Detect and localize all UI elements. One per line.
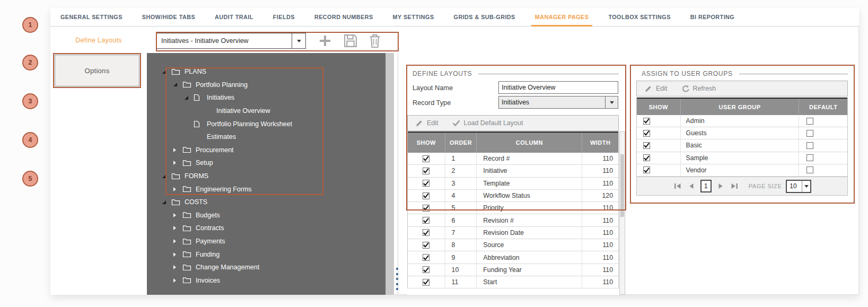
tree-toggle-expanded-icon[interactable] <box>173 82 182 87</box>
tree-toggle-collapsed-icon[interactable] <box>173 252 182 257</box>
first-page-button[interactable] <box>673 181 682 191</box>
panel-splitter[interactable] <box>398 53 398 295</box>
table-row: Sample <box>637 152 847 164</box>
tree-item-procurement[interactable]: Procurement <box>147 144 385 157</box>
show-checkbox-checked[interactable] <box>423 155 429 162</box>
table-row: 6Revision #110 <box>408 214 618 226</box>
tree-toggle-collapsed-icon[interactable] <box>173 225 182 231</box>
tree-item-label: Invoices <box>196 277 220 284</box>
tree-toggle-collapsed-icon[interactable] <box>173 239 182 244</box>
tree-item-costs[interactable]: COSTS <box>147 196 385 209</box>
tree-toggle-collapsed-icon[interactable] <box>173 213 182 218</box>
tree-item-label: FORMS <box>185 172 208 180</box>
tree-item-payments[interactable]: Payments <box>147 235 385 248</box>
show-checkbox-checked[interactable] <box>423 242 429 249</box>
layout-picker-dropdown-button[interactable] <box>292 33 305 48</box>
tree-toggle-expanded-icon[interactable] <box>184 95 194 100</box>
refresh-user-groups-button[interactable]: Refresh <box>681 85 716 93</box>
options-button[interactable]: Options <box>55 55 139 86</box>
tree-item-estimates[interactable]: Estimates <box>147 130 385 144</box>
show-checkbox-checked[interactable] <box>423 180 429 187</box>
tree-item-forms[interactable]: FORMS <box>147 170 385 183</box>
layout-name-input[interactable] <box>498 81 618 94</box>
tree-toggle-collapsed-icon[interactable] <box>173 265 182 270</box>
last-page-button[interactable] <box>730 181 739 191</box>
next-page-button[interactable] <box>716 181 725 191</box>
tree-toggle-collapsed-icon[interactable] <box>173 147 182 153</box>
show-checkbox-checked[interactable] <box>423 192 429 199</box>
tree-item-portfolio-planning[interactable]: Portfolio Planning <box>147 78 385 92</box>
tree-item-initiatives[interactable]: Initiatives <box>147 91 385 104</box>
default-checkbox-unchecked[interactable] <box>806 130 813 137</box>
tree-item-setup[interactable]: Setup <box>147 156 385 170</box>
tab-fields[interactable]: FIELDS <box>273 8 295 26</box>
current-page-input[interactable]: 1 <box>700 180 712 192</box>
show-checkbox-checked[interactable] <box>423 205 429 212</box>
default-checkbox-unchecked[interactable] <box>806 118 813 125</box>
splitter-grip-icon[interactable] <box>395 268 399 290</box>
tree-item-initiative-overview[interactable]: Initiative Overview <box>147 104 385 118</box>
show-checkbox-checked[interactable] <box>423 168 429 174</box>
edit-user-groups-button[interactable]: Edit <box>644 85 668 93</box>
sidebar-item-define-layouts[interactable]: Define Layouts <box>50 37 147 44</box>
tree-item-contracts[interactable]: Contracts <box>147 222 385 235</box>
tree-toggle-collapsed-icon[interactable] <box>173 278 182 283</box>
cell-show <box>408 165 445 177</box>
tree-item-portfolio-planning-worksheet[interactable]: Portfolio Planning Worksheet <box>147 117 385 130</box>
tab-bi-reporting[interactable]: BI REPORTING <box>690 8 734 26</box>
cell-width: 110 <box>582 251 618 263</box>
tab-general-settings[interactable]: GENERAL SETTINGS <box>60 8 122 26</box>
tree-toggle-expanded-icon[interactable] <box>162 69 171 74</box>
show-checkbox-checked[interactable] <box>423 279 429 286</box>
show-checkbox-checked[interactable] <box>643 118 650 125</box>
tree-item-engineering-forms[interactable]: Engineering Forms <box>147 182 385 196</box>
cell-order: 4 <box>445 190 477 201</box>
show-checkbox-checked[interactable] <box>423 217 429 224</box>
show-checkbox-checked[interactable] <box>643 166 650 173</box>
folder-icon <box>182 81 195 88</box>
show-checkbox-checked[interactable] <box>423 229 429 236</box>
tab-audit-trail[interactable]: AUDIT TRAIL <box>215 8 253 26</box>
tab-manager-pages[interactable]: MANAGER PAGES <box>535 8 589 26</box>
columns-grid-scrollbar[interactable] <box>619 131 625 295</box>
edit-columns-button[interactable]: Edit <box>415 119 439 127</box>
tab-show-hide-tabs[interactable]: SHOW/HIDE TABS <box>142 8 195 26</box>
page-size-dropdown-button[interactable] <box>802 181 810 192</box>
show-checkbox-checked[interactable] <box>643 154 650 161</box>
add-layout-button[interactable] <box>317 32 334 49</box>
previous-page-button[interactable] <box>687 181 696 191</box>
tree-toggle-collapsed-icon[interactable] <box>173 160 182 165</box>
show-checkbox-checked[interactable] <box>423 266 429 273</box>
load-default-layout-button[interactable]: Load Default Layout <box>452 119 523 127</box>
delete-layout-button[interactable] <box>366 32 383 49</box>
page-size-select[interactable]: 10 <box>786 180 811 193</box>
tree-item-plans[interactable]: PLANS <box>147 65 385 78</box>
save-layout-button[interactable] <box>342 32 359 49</box>
layout-picker-select[interactable]: Initiatives - Initiative Overview <box>156 33 306 49</box>
tree-toggle-expanded-icon[interactable] <box>162 200 171 205</box>
folder-icon <box>171 68 184 75</box>
tree-toggle-expanded-icon[interactable] <box>162 174 171 179</box>
show-checkbox-checked[interactable] <box>423 254 429 261</box>
tree-toggle-collapsed-icon[interactable] <box>173 187 182 192</box>
tree-item-change-management[interactable]: Change Management <box>147 261 385 274</box>
record-type-value: Initiatives <box>499 97 605 108</box>
tab-toolbox-settings[interactable]: TOOLBOX SETTINGS <box>608 8 670 26</box>
show-checkbox-checked[interactable] <box>643 142 650 149</box>
record-type-dropdown-button[interactable] <box>605 97 618 108</box>
tree-item-budgets[interactable]: Budgets <box>147 209 385 222</box>
tree-item-invoices[interactable]: Invoices <box>147 274 385 287</box>
scrollbar-thumb[interactable] <box>620 154 624 217</box>
tab-record-numbers[interactable]: RECORD NUMBERS <box>314 8 373 26</box>
cell-width: 110 <box>582 276 618 288</box>
default-checkbox-unchecked[interactable] <box>806 166 813 173</box>
tree-scrollbar[interactable] <box>385 53 394 295</box>
show-checkbox-checked[interactable] <box>643 130 650 137</box>
record-type-select[interactable]: Initiatives <box>498 96 618 109</box>
tab-my-settings[interactable]: MY SETTINGS <box>393 8 434 26</box>
default-checkbox-unchecked[interactable] <box>806 154 813 161</box>
default-checkbox-unchecked[interactable] <box>806 142 813 149</box>
tree-item-funding[interactable]: Funding <box>147 248 385 261</box>
tab-grids-sub-grids[interactable]: GRIDS & SUB-GRIDS <box>454 8 515 26</box>
table-row: 3Template110 <box>408 178 618 190</box>
